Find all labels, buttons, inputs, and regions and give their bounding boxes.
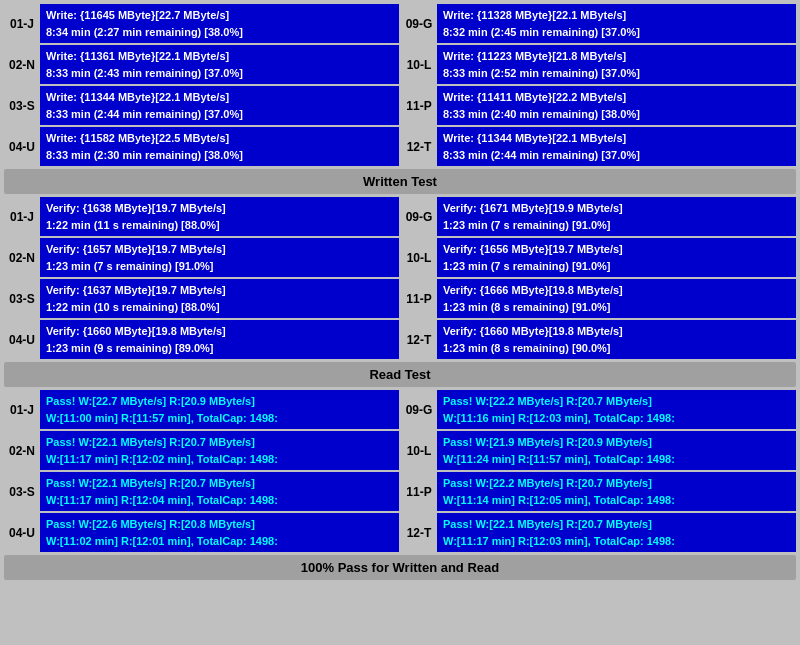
write-cell-10L: 10-L Write: {11223 MByte}[21.8 MByte/s] …	[401, 45, 796, 84]
verify-content-10L: Verify: {1656 MByte}[19.7 MByte/s] 1:23 …	[437, 238, 796, 277]
verify-content-04U: Verify: {1660 MByte}[19.8 MByte/s] 1:23 …	[40, 320, 399, 359]
verify-cell-11P: 11-P Verify: {1666 MByte}[19.8 MByte/s] …	[401, 279, 796, 318]
read-section: 01-J Pass! W:[22.7 MByte/s] R:[20.9 MByt…	[4, 390, 796, 552]
write-content-11P: Write: {11411 MByte}[22.2 MByte/s] 8:33 …	[437, 86, 796, 125]
read-cell-03S: 03-S Pass! W:[22.1 MByte/s] R:[20.7 MByt…	[4, 472, 399, 511]
write-cell-02N: 02-N Write: {11361 MByte}[22.1 MByte/s] …	[4, 45, 399, 84]
write-content-02N: Write: {11361 MByte}[22.1 MByte/s] 8:33 …	[40, 45, 399, 84]
write-grid: 01-J Write: {11645 MByte}[22.7 MByte/s] …	[4, 4, 796, 166]
verify-cell-09G: 09-G Verify: {1671 MByte}[19.9 MByte/s] …	[401, 197, 796, 236]
read-left-col: 01-J Pass! W:[22.7 MByte/s] R:[20.9 MByt…	[4, 390, 399, 552]
read-cell-01J: 01-J Pass! W:[22.7 MByte/s] R:[20.9 MByt…	[4, 390, 399, 429]
write-cell-09G: 09-G Write: {11328 MByte}[22.1 MByte/s] …	[401, 4, 796, 43]
read-content-09G: Pass! W:[22.2 MByte/s] R:[20.7 MByte/s] …	[437, 390, 796, 429]
verify-id-12T: 12-T	[401, 320, 437, 359]
read-content-01J: Pass! W:[22.7 MByte/s] R:[20.9 MByte/s] …	[40, 390, 399, 429]
verify-content-02N: Verify: {1657 MByte}[19.7 MByte/s] 1:23 …	[40, 238, 399, 277]
read-grid: 01-J Pass! W:[22.7 MByte/s] R:[20.9 MByt…	[4, 390, 796, 552]
read-id-02N: 02-N	[4, 431, 40, 470]
write-cell-01J: 01-J Write: {11645 MByte}[22.7 MByte/s] …	[4, 4, 399, 43]
write-cell-03S: 03-S Write: {11344 MByte}[22.1 MByte/s] …	[4, 86, 399, 125]
footer-status: 100% Pass for Written and Read	[4, 555, 796, 580]
write-content-04U: Write: {11582 MByte}[22.5 MByte/s] 8:33 …	[40, 127, 399, 166]
verify-id-10L: 10-L	[401, 238, 437, 277]
verify-content-11P: Verify: {1666 MByte}[19.8 MByte/s] 1:23 …	[437, 279, 796, 318]
verify-right-col: 09-G Verify: {1671 MByte}[19.9 MByte/s] …	[401, 197, 796, 359]
verify-id-11P: 11-P	[401, 279, 437, 318]
verify-content-09G: Verify: {1671 MByte}[19.9 MByte/s] 1:23 …	[437, 197, 796, 236]
write-cell-12T: 12-T Write: {11344 MByte}[22.1 MByte/s] …	[401, 127, 796, 166]
read-id-04U: 04-U	[4, 513, 40, 552]
write-content-12T: Write: {11344 MByte}[22.1 MByte/s] 8:33 …	[437, 127, 796, 166]
verify-id-01J: 01-J	[4, 197, 40, 236]
verify-id-03S: 03-S	[4, 279, 40, 318]
id-10L: 10-L	[401, 45, 437, 84]
id-03S: 03-S	[4, 86, 40, 125]
verify-content-03S: Verify: {1637 MByte}[19.7 MByte/s] 1:22 …	[40, 279, 399, 318]
main-container: 01-J Write: {11645 MByte}[22.7 MByte/s] …	[0, 0, 800, 584]
verify-cell-04U: 04-U Verify: {1660 MByte}[19.8 MByte/s] …	[4, 320, 399, 359]
read-cell-11P: 11-P Pass! W:[22.2 MByte/s] R:[20.7 MByt…	[401, 472, 796, 511]
verify-id-04U: 04-U	[4, 320, 40, 359]
read-test-header: Read Test	[4, 362, 796, 387]
write-section: 01-J Write: {11645 MByte}[22.7 MByte/s] …	[4, 4, 796, 166]
id-12T: 12-T	[401, 127, 437, 166]
read-id-10L: 10-L	[401, 431, 437, 470]
read-right-col: 09-G Pass! W:[22.2 MByte/s] R:[20.7 MByt…	[401, 390, 796, 552]
verify-section: 01-J Verify: {1638 MByte}[19.7 MByte/s] …	[4, 197, 796, 359]
verify-grid: 01-J Verify: {1638 MByte}[19.7 MByte/s] …	[4, 197, 796, 359]
verify-cell-10L: 10-L Verify: {1656 MByte}[19.7 MByte/s] …	[401, 238, 796, 277]
read-content-03S: Pass! W:[22.1 MByte/s] R:[20.7 MByte/s] …	[40, 472, 399, 511]
write-left-col: 01-J Write: {11645 MByte}[22.7 MByte/s] …	[4, 4, 399, 166]
id-02N: 02-N	[4, 45, 40, 84]
read-content-12T: Pass! W:[22.1 MByte/s] R:[20.7 MByte/s] …	[437, 513, 796, 552]
verify-cell-02N: 02-N Verify: {1657 MByte}[19.7 MByte/s] …	[4, 238, 399, 277]
read-cell-10L: 10-L Pass! W:[21.9 MByte/s] R:[20.9 MByt…	[401, 431, 796, 470]
read-content-10L: Pass! W:[21.9 MByte/s] R:[20.9 MByte/s] …	[437, 431, 796, 470]
verify-content-01J: Verify: {1638 MByte}[19.7 MByte/s] 1:22 …	[40, 197, 399, 236]
read-id-03S: 03-S	[4, 472, 40, 511]
write-content-03S: Write: {11344 MByte}[22.1 MByte/s] 8:33 …	[40, 86, 399, 125]
verify-cell-01J: 01-J Verify: {1638 MByte}[19.7 MByte/s] …	[4, 197, 399, 236]
read-id-09G: 09-G	[401, 390, 437, 429]
verify-cell-12T: 12-T Verify: {1660 MByte}[19.8 MByte/s] …	[401, 320, 796, 359]
write-content-01J: Write: {11645 MByte}[22.7 MByte/s] 8:34 …	[40, 4, 399, 43]
read-id-12T: 12-T	[401, 513, 437, 552]
verify-content-12T: Verify: {1660 MByte}[19.8 MByte/s] 1:23 …	[437, 320, 796, 359]
id-01J: 01-J	[4, 4, 40, 43]
write-right-col: 09-G Write: {11328 MByte}[22.1 MByte/s] …	[401, 4, 796, 166]
verify-left-col: 01-J Verify: {1638 MByte}[19.7 MByte/s] …	[4, 197, 399, 359]
id-11P: 11-P	[401, 86, 437, 125]
read-content-02N: Pass! W:[22.1 MByte/s] R:[20.7 MByte/s] …	[40, 431, 399, 470]
read-content-04U: Pass! W:[22.6 MByte/s] R:[20.8 MByte/s] …	[40, 513, 399, 552]
read-id-01J: 01-J	[4, 390, 40, 429]
write-content-09G: Write: {11328 MByte}[22.1 MByte/s] 8:32 …	[437, 4, 796, 43]
id-09G: 09-G	[401, 4, 437, 43]
write-cell-11P: 11-P Write: {11411 MByte}[22.2 MByte/s] …	[401, 86, 796, 125]
read-cell-12T: 12-T Pass! W:[22.1 MByte/s] R:[20.7 MByt…	[401, 513, 796, 552]
written-test-header: Written Test	[4, 169, 796, 194]
verify-id-02N: 02-N	[4, 238, 40, 277]
write-content-10L: Write: {11223 MByte}[21.8 MByte/s] 8:33 …	[437, 45, 796, 84]
read-content-11P: Pass! W:[22.2 MByte/s] R:[20.7 MByte/s] …	[437, 472, 796, 511]
read-cell-09G: 09-G Pass! W:[22.2 MByte/s] R:[20.7 MByt…	[401, 390, 796, 429]
read-cell-02N: 02-N Pass! W:[22.1 MByte/s] R:[20.7 MByt…	[4, 431, 399, 470]
verify-cell-03S: 03-S Verify: {1637 MByte}[19.7 MByte/s] …	[4, 279, 399, 318]
verify-id-09G: 09-G	[401, 197, 437, 236]
write-cell-04U: 04-U Write: {11582 MByte}[22.5 MByte/s] …	[4, 127, 399, 166]
read-id-11P: 11-P	[401, 472, 437, 511]
id-04U: 04-U	[4, 127, 40, 166]
read-cell-04U: 04-U Pass! W:[22.6 MByte/s] R:[20.8 MByt…	[4, 513, 399, 552]
